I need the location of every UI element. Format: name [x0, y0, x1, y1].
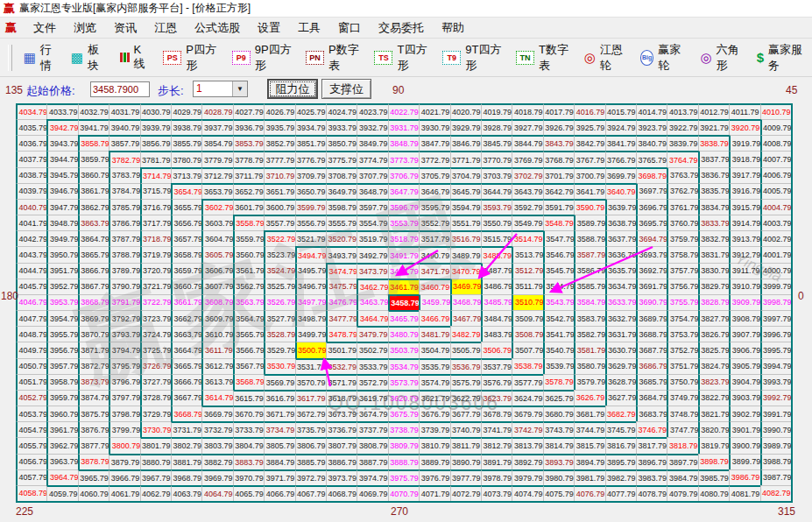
- price-cell[interactable]: 3865.79: [78, 246, 109, 262]
- price-cell[interactable]: 3687.79: [636, 342, 667, 357]
- price-cell[interactable]: 3887.79: [357, 454, 387, 469]
- start-price-cell[interactable]: 3458.79: [388, 294, 419, 310]
- price-cell[interactable]: 4018.79: [512, 103, 542, 119]
- price-cell[interactable]: 3682.79: [605, 406, 636, 421]
- price-cell[interactable]: 3719.79: [140, 246, 171, 262]
- price-cell[interactable]: 3629.79: [605, 358, 636, 374]
- price-cell[interactable]: 3993.79: [760, 374, 791, 390]
- price-cell[interactable]: 3944.79: [46, 151, 77, 166]
- price-cell[interactable]: 3739.79: [419, 421, 449, 437]
- price-cell[interactable]: 3730.79: [140, 421, 171, 437]
- price-cell[interactable]: 3997.79: [760, 310, 791, 326]
- price-cell[interactable]: 3702.79: [512, 167, 542, 183]
- price-cell[interactable]: 3610.79: [201, 326, 232, 342]
- price-cell[interactable]: 3866.79: [78, 263, 109, 279]
- price-cell[interactable]: 3956.79: [46, 342, 77, 357]
- price-cell[interactable]: 3794.79: [109, 342, 139, 357]
- price-cell[interactable]: 3726.79: [140, 358, 171, 374]
- price-cell[interactable]: 4024.79: [326, 103, 357, 119]
- price-cell[interactable]: 4052.79: [16, 390, 46, 406]
- price-cell[interactable]: 3589.79: [574, 215, 604, 230]
- menu-item-7[interactable]: 工具: [289, 18, 329, 38]
- price-cell[interactable]: 3878.79: [78, 454, 109, 469]
- price-cell[interactable]: 3788.79: [109, 246, 139, 262]
- price-cell[interactable]: 3766.79: [605, 151, 636, 166]
- chevron-down-icon[interactable]: ▼: [232, 81, 247, 96]
- price-cell[interactable]: 3925.79: [574, 119, 604, 135]
- price-cell[interactable]: 3883.79: [233, 454, 264, 469]
- price-cell[interactable]: 3542.79: [543, 310, 574, 326]
- menu-item-1[interactable]: 文件: [25, 18, 65, 38]
- price-cell[interactable]: 3938.79: [171, 119, 201, 135]
- toolbar-item[interactable]: ▦行情: [17, 39, 64, 76]
- price-cell[interactable]: 3757.79: [667, 263, 697, 279]
- price-cell[interactable]: 3764.79: [667, 151, 697, 166]
- price-cell[interactable]: 3689.79: [636, 310, 667, 326]
- price-cell[interactable]: 3525.79: [264, 279, 294, 294]
- price-cell[interactable]: 4036.79: [16, 135, 46, 151]
- price-cell[interactable]: 3685.79: [636, 374, 667, 390]
- price-cell[interactable]: 3698.79: [636, 167, 667, 183]
- price-cell[interactable]: 3736.79: [326, 421, 357, 437]
- price-cell[interactable]: 3967.79: [140, 469, 171, 485]
- price-cell[interactable]: 3768.79: [543, 151, 574, 166]
- price-cell[interactable]: 4013.79: [667, 103, 697, 119]
- price-cell[interactable]: 3575.79: [450, 374, 481, 390]
- price-cell[interactable]: 4070.79: [388, 485, 419, 501]
- price-cell[interactable]: 3932.79: [357, 119, 387, 135]
- price-cell[interactable]: 3645.79: [450, 183, 481, 199]
- price-cell[interactable]: 3578.79: [543, 374, 574, 390]
- price-cell[interactable]: 3907.79: [729, 326, 759, 342]
- price-cell[interactable]: 3489.79: [450, 246, 481, 262]
- price-cell[interactable]: 3625.79: [543, 390, 574, 406]
- price-cell[interactable]: 3680.79: [543, 406, 574, 421]
- price-cell[interactable]: 3951.79: [46, 263, 77, 279]
- price-cell[interactable]: 3952.79: [46, 279, 77, 294]
- price-cell[interactable]: 3735.79: [295, 421, 326, 437]
- price-cell[interactable]: 3778.79: [233, 151, 264, 166]
- price-cell[interactable]: 3546.79: [543, 246, 574, 262]
- price-cell[interactable]: 4035.79: [16, 119, 46, 135]
- price-cell[interactable]: 3697.79: [636, 183, 667, 199]
- price-cell[interactable]: 3920.79: [729, 119, 759, 135]
- price-cell[interactable]: 3703.79: [481, 167, 512, 183]
- price-cell[interactable]: 3642.79: [543, 183, 574, 199]
- price-cell[interactable]: 3891.79: [481, 454, 512, 469]
- price-cell[interactable]: 3734.79: [264, 421, 294, 437]
- price-cell[interactable]: 4081.79: [729, 485, 759, 501]
- price-cell[interactable]: 3520.79: [326, 230, 357, 246]
- price-cell[interactable]: 3871.79: [78, 342, 109, 357]
- menu-item-5[interactable]: 公式选股: [186, 18, 249, 38]
- price-cell[interactable]: 3705.79: [419, 167, 449, 183]
- price-cell[interactable]: 3621.79: [419, 390, 449, 406]
- price-cell[interactable]: 3803.79: [201, 437, 232, 453]
- price-cell[interactable]: 3793.79: [109, 326, 139, 342]
- price-cell[interactable]: 3482.79: [450, 326, 481, 342]
- price-cell[interactable]: 3657.79: [171, 230, 201, 246]
- price-cell[interactable]: 3851.79: [295, 135, 326, 151]
- price-cell[interactable]: 3910.79: [729, 279, 759, 294]
- price-cell[interactable]: 3653.79: [201, 183, 232, 199]
- price-cell[interactable]: 3474.79: [326, 263, 357, 279]
- price-cell[interactable]: 3823.79: [698, 374, 729, 390]
- price-cell[interactable]: 3765.79: [636, 151, 667, 166]
- price-cell[interactable]: 3848.79: [388, 135, 419, 151]
- price-cell[interactable]: 3982.79: [605, 469, 636, 485]
- price-cell[interactable]: 3516.79: [450, 230, 481, 246]
- price-cell[interactable]: 3538.79: [512, 358, 542, 374]
- price-cell[interactable]: 3789.79: [109, 263, 139, 279]
- price-cell[interactable]: 3595.79: [419, 199, 449, 215]
- price-cell[interactable]: 3715.79: [140, 183, 171, 199]
- price-cell[interactable]: 3918.79: [729, 151, 759, 166]
- price-cell[interactable]: 3548.79: [543, 215, 574, 230]
- price-cell[interactable]: 3931.79: [388, 119, 419, 135]
- price-cell[interactable]: 3624.79: [512, 390, 542, 406]
- price-cell[interactable]: 3479.79: [357, 326, 387, 342]
- price-cell[interactable]: 3889.79: [419, 454, 449, 469]
- price-cell[interactable]: 4031.79: [109, 103, 139, 119]
- price-cell[interactable]: 3502.79: [357, 342, 387, 357]
- price-cell[interactable]: 3672.79: [295, 406, 326, 421]
- price-cell[interactable]: 3804.79: [233, 437, 264, 453]
- price-cell[interactable]: 3922.79: [667, 119, 697, 135]
- price-cell[interactable]: 3686.79: [636, 358, 667, 374]
